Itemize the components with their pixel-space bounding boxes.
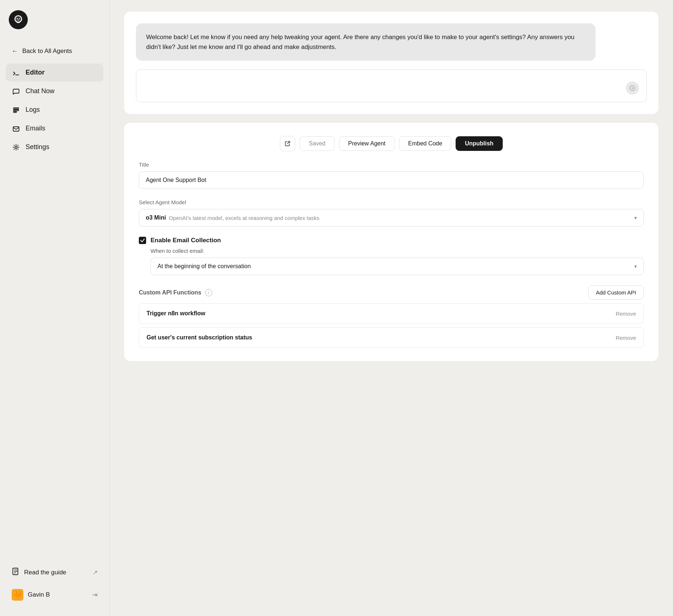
- sidebar-item-settings[interactable]: Settings: [6, 138, 103, 156]
- emails-label: Emails: [26, 125, 45, 132]
- email-collection-group: Enable Email Collection When to collect …: [139, 237, 644, 275]
- sidebar-item-editor[interactable]: Editor: [6, 64, 103, 81]
- api-item-name-0: Trigger n8n workflow: [147, 310, 205, 317]
- email-collection-label: Enable Email Collection: [151, 237, 221, 244]
- user-left: 🧡 Gavin B: [12, 589, 50, 601]
- back-arrow-icon: ←: [12, 47, 18, 55]
- chevron-down-icon: ▾: [634, 215, 637, 221]
- email-collect-sub: When to collect email: At the beginning …: [151, 248, 644, 275]
- info-icon[interactable]: i: [205, 289, 212, 296]
- settings-label: Settings: [26, 143, 49, 151]
- svg-point-3: [19, 18, 20, 19]
- read-guide-label: Read the guide: [24, 569, 66, 576]
- sidebar-item-emails[interactable]: Emails: [6, 119, 103, 137]
- remove-button-1[interactable]: Remove: [616, 335, 636, 341]
- user-name: Gavin B: [28, 591, 50, 598]
- welcome-message: Welcome back! Let me know if you need an…: [136, 23, 596, 61]
- svg-rect-5: [14, 110, 19, 111]
- email-when-label: When to collect email:: [151, 248, 644, 254]
- logout-icon: ⇥: [92, 591, 98, 599]
- chat-now-label: Chat Now: [26, 87, 54, 95]
- model-select[interactable]: o3 Mini OpenAI's latest model, excels at…: [139, 209, 644, 227]
- email-collection-checkbox[interactable]: [139, 237, 146, 244]
- book-icon: [12, 567, 20, 577]
- editor-section: Saved Preview Agent Embed Code Unpublish…: [124, 123, 658, 361]
- select-left: o3 Mini OpenAI's latest model, excels at…: [146, 214, 319, 221]
- remove-button-0[interactable]: Remove: [616, 311, 636, 317]
- emails-icon: [12, 125, 20, 132]
- logs-label: Logs: [26, 106, 40, 114]
- svg-rect-6: [14, 111, 16, 113]
- svg-point-2: [17, 18, 18, 19]
- logo-area: [6, 10, 103, 29]
- model-group: Select Agent Model o3 Mini OpenAI's late…: [139, 199, 644, 227]
- preview-agent-button[interactable]: Preview Agent: [339, 136, 395, 151]
- editor-label: Editor: [26, 69, 45, 76]
- chat-input-area[interactable]: [136, 69, 647, 102]
- main-content: Welcome back! Let me know if you need an…: [110, 0, 673, 616]
- title-input[interactable]: [139, 171, 644, 189]
- add-api-button[interactable]: Add Custom API: [588, 285, 644, 300]
- back-label: Back to All Agents: [22, 47, 72, 55]
- settings-icon: [12, 144, 20, 151]
- email-when-select[interactable]: At the beginning of the conversation ▾: [151, 258, 644, 275]
- sidebar-item-chat-now[interactable]: Chat Now: [6, 82, 103, 100]
- email-collection-row: Enable Email Collection: [139, 237, 644, 244]
- read-guide-item[interactable]: Read the guide ↗: [6, 562, 103, 582]
- title-label: Title: [139, 161, 644, 168]
- app-logo: [9, 10, 28, 29]
- external-link-icon: ↗: [93, 569, 98, 576]
- read-guide-left: Read the guide: [12, 567, 66, 577]
- api-item: Trigger n8n workflow Remove: [139, 303, 644, 324]
- svg-point-8: [15, 146, 17, 148]
- api-item: Get user's current subscription status R…: [139, 327, 644, 348]
- back-to-all-agents[interactable]: ← Back to All Agents: [6, 42, 103, 60]
- api-functions-group: Custom API Functions i Add Custom API Tr…: [139, 285, 644, 348]
- unpublish-button[interactable]: Unpublish: [456, 136, 502, 151]
- api-item-name-1: Get user's current subscription status: [147, 334, 252, 341]
- saved-button[interactable]: Saved: [300, 136, 334, 151]
- model-label: Select Agent Model: [139, 199, 644, 205]
- user-item[interactable]: 🧡 Gavin B ⇥: [6, 584, 103, 606]
- model-desc: OpenAI's latest model, excels at reasoni…: [169, 215, 319, 221]
- api-section-header: Custom API Functions i Add Custom API: [139, 285, 644, 300]
- sidebar-item-logs[interactable]: Logs: [6, 101, 103, 119]
- sidebar: ← Back to All Agents Editor Chat Now: [0, 0, 110, 616]
- toolbar: Saved Preview Agent Embed Code Unpublish: [139, 136, 644, 151]
- email-when-value: At the beginning of the conversation: [157, 263, 251, 270]
- sidebar-bottom: Read the guide ↗ 🧡 Gavin B ⇥: [6, 562, 103, 606]
- chat-section: Welcome back! Let me know if you need an…: [124, 12, 658, 114]
- api-section-left: Custom API Functions i: [139, 289, 212, 296]
- title-group: Title: [139, 161, 644, 189]
- api-label: Custom API Functions: [139, 289, 201, 296]
- editor-icon: [12, 69, 20, 76]
- nav-section: ← Back to All Agents Editor Chat Now: [6, 42, 103, 562]
- logs-icon: [12, 106, 20, 114]
- send-button[interactable]: [626, 81, 639, 95]
- embed-code-button[interactable]: Embed Code: [399, 136, 451, 151]
- chat-now-icon: [12, 88, 20, 95]
- model-name: o3 Mini: [146, 214, 166, 221]
- external-link-button[interactable]: [280, 136, 295, 151]
- svg-rect-4: [14, 108, 19, 109]
- user-avatar: 🧡: [12, 589, 23, 601]
- email-chevron-icon: ▾: [634, 263, 637, 269]
